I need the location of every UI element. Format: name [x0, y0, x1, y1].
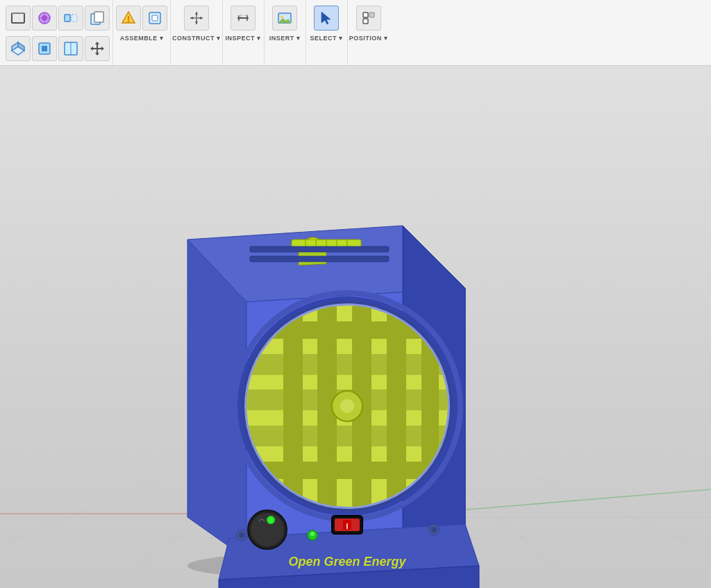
- toolbar-btn-mirror[interactable]: [58, 6, 83, 31]
- svg-marker-20: [95, 53, 99, 56]
- toolbar-btn-assemble[interactable]: [116, 6, 141, 31]
- svg-point-111: [431, 527, 437, 532]
- select-label: SELECT ▾: [310, 35, 342, 42]
- svg-rect-87: [283, 305, 303, 507]
- toolbar-section-select: SELECT ▾: [306, 0, 348, 65]
- svg-marker-67: [246, 288, 465, 559]
- svg-rect-106: [343, 520, 351, 530]
- svg-rect-14: [42, 46, 47, 51]
- svg-marker-96: [219, 524, 479, 580]
- svg-text:Open Green Energy: Open Green Energy: [288, 555, 406, 569]
- svg-point-80: [246, 305, 448, 507]
- svg-rect-76: [250, 246, 389, 252]
- svg-line-57: [347, 399, 356, 566]
- toolbar-btn-copy[interactable]: [85, 6, 110, 31]
- svg-line-61: [356, 399, 711, 552]
- toolbar-btn-move[interactable]: [85, 36, 110, 61]
- svg-point-79: [244, 303, 450, 509]
- svg-line-55: [139, 399, 356, 566]
- toolbar-btn-component[interactable]: [142, 6, 167, 31]
- svg-rect-45: [363, 19, 368, 24]
- svg-point-93: [340, 399, 354, 413]
- svg-point-101: [269, 517, 273, 523]
- svg-marker-31: [195, 22, 198, 24]
- toolbar-btn-box[interactable]: [6, 36, 31, 61]
- svg-rect-7: [72, 15, 77, 22]
- svg-point-40: [281, 15, 283, 18]
- svg-point-81: [246, 305, 448, 507]
- svg-point-94: [240, 299, 455, 514]
- svg-line-59: [356, 399, 555, 566]
- svg-marker-65: [187, 226, 465, 302]
- svg-point-92: [332, 391, 362, 421]
- svg-point-102: [308, 530, 317, 540]
- svg-point-25: [128, 21, 130, 23]
- svg-line-56: [243, 399, 356, 566]
- svg-rect-88: [317, 305, 337, 507]
- svg-point-78: [240, 299, 455, 514]
- toolbar-section-position: POSITION ▾: [348, 0, 390, 65]
- toolbar-btn-position[interactable]: [356, 6, 381, 31]
- toolbar-btn-inspect[interactable]: |← →|: [231, 6, 256, 31]
- svg-point-64: [187, 552, 465, 580]
- svg-point-103: [310, 532, 315, 536]
- svg-rect-43: [363, 12, 368, 17]
- svg-rect-89: [352, 305, 371, 507]
- svg-marker-21: [90, 47, 93, 51]
- toolbar-section-insert: INSERT ▾: [265, 0, 306, 65]
- svg-point-100: [267, 516, 275, 524]
- svg-line-58: [356, 399, 451, 566]
- svg-marker-69: [299, 245, 326, 265]
- svg-rect-84: [246, 389, 448, 410]
- svg-marker-22: [101, 47, 104, 51]
- svg-point-109: [239, 532, 244, 538]
- toolbar-section-construct: CONSTRUCT ▾: [171, 0, 223, 65]
- svg-rect-0: [12, 13, 24, 23]
- toolbar-section-inspect: |← →| INSPECT ▾: [223, 0, 265, 65]
- svg-rect-91: [421, 305, 439, 507]
- svg-marker-30: [195, 12, 198, 15]
- toolbar: MODIFY ▾ ASSEMBLE ▾: [0, 0, 711, 66]
- insert-label: INSERT ▾: [269, 35, 301, 42]
- toolbar-btn-rectangle[interactable]: [6, 6, 31, 31]
- svg-marker-19: [95, 42, 99, 44]
- svg-line-60: [0, 399, 356, 545]
- toolbar-section-modify: MODIFY ▾: [3, 0, 113, 65]
- toolbar-section-assemble: ASSEMBLE ▾: [113, 0, 171, 65]
- svg-rect-6: [65, 15, 70, 22]
- toolbar-btn-panel[interactable]: [58, 36, 83, 61]
- svg-marker-68: [403, 226, 465, 545]
- svg-line-63: [417, 489, 711, 514]
- toolbar-btn-construct[interactable]: [184, 6, 209, 31]
- svg-rect-46: [0, 66, 711, 588]
- toolbar-btn-select[interactable]: [314, 6, 339, 31]
- svg-text:I: I: [346, 523, 349, 530]
- svg-marker-66: [187, 240, 246, 559]
- toolbar-btn-star[interactable]: [32, 6, 57, 31]
- svg-rect-85: [246, 426, 448, 446]
- svg-rect-44: [369, 12, 374, 17]
- svg-rect-27: [152, 15, 158, 21]
- svg-rect-86: [246, 462, 448, 479]
- svg-marker-42: [321, 12, 331, 24]
- position-label: POSITION ▾: [349, 35, 388, 42]
- svg-rect-90: [387, 305, 406, 507]
- inspect-label: INSPECT ▾: [225, 35, 260, 42]
- assemble-label: ASSEMBLE ▾: [120, 35, 164, 42]
- construct-label: CONSTRUCT ▾: [172, 35, 221, 42]
- svg-rect-77: [250, 256, 389, 262]
- viewport[interactable]: I Open Green Energy: [0, 66, 711, 588]
- svg-marker-33: [200, 17, 203, 19]
- svg-point-95: [234, 293, 460, 519]
- toolbar-btn-insert[interactable]: [272, 6, 297, 31]
- svg-point-108: [236, 530, 247, 541]
- svg-point-98: [248, 510, 287, 549]
- svg-rect-82: [246, 321, 448, 339]
- svg-text:→|: →|: [243, 13, 247, 17]
- svg-rect-83: [246, 354, 448, 375]
- svg-point-110: [428, 524, 440, 535]
- svg-rect-104: [332, 516, 362, 534]
- svg-rect-9: [94, 12, 103, 22]
- svg-rect-70: [292, 240, 361, 248]
- toolbar-btn-shape[interactable]: [32, 36, 57, 61]
